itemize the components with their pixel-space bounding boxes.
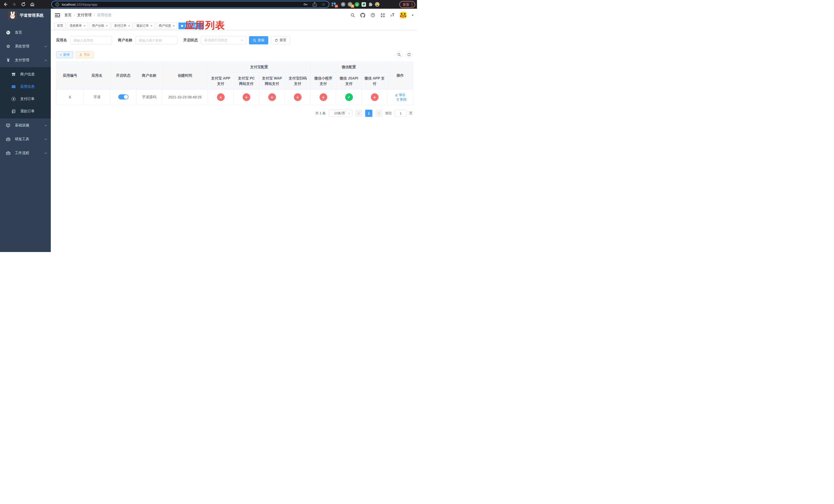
breadcrumb-home[interactable]: 首页 [64,13,71,18]
extension-command-icon[interactable]: ⌘ [341,2,346,7]
sidebar-item-infrastructure[interactable]: 基础设施 [0,118,51,132]
config-status-icon: × [371,93,378,101]
tab-merchant-info[interactable]: 商户信息× [156,23,177,29]
status-label: 开启状态 [183,38,198,43]
sidebar-item-label: 工作流程 [15,151,29,155]
app-logo-row: 芋道管理系统 [0,9,51,20]
browser-back-icon[interactable] [3,2,8,7]
tab-label: 支付订单 [114,24,127,28]
tabs-view: 首页 流程表单× 用户分组× 支付订单× 退款订单× 商户信息× 应用信息× [51,22,417,30]
close-icon[interactable]: × [84,24,85,27]
extension-recorder-icon[interactable]: 1 [348,2,352,7]
plus-icon: + [60,53,62,56]
tab-home[interactable]: 首页 [54,23,66,29]
search-icon [253,39,256,42]
chevron-down-icon [44,124,47,127]
sidebar-item-label: 支付管理 [15,58,29,63]
sidebar-item-label: 首页 [15,30,22,35]
sidebar-item-app-info[interactable]: 应用信息 [0,81,51,93]
share-icon[interactable] [313,2,317,7]
tab-user-group[interactable]: 用户分组× [89,23,110,29]
col-group-wechat: 微信配置 [311,62,388,72]
sidebar-item-system[interactable]: ⚙ 系统管理 [0,40,51,53]
sidebar-item-refund-orders[interactable]: 退款订单 [0,105,51,117]
site-info-icon[interactable] [56,3,59,6]
trash-icon [396,98,399,101]
goto-prefix: 前往 [385,111,392,116]
main-area: 首页 / 支付管理 / 应用信息 TT ▾ 应用列表 首页 流程表单× 用户分组… [51,9,417,252]
delete-link[interactable]: 删除 [396,97,407,102]
reset-button[interactable]: 重置 [271,36,290,44]
extension-chat-icon[interactable] [361,2,366,7]
tab-process-form[interactable]: 流程表单× [67,23,88,29]
password-key-icon[interactable] [303,2,308,7]
address-bar[interactable]: localhost:1024/pay/app ☆ [51,1,329,8]
page-size-select[interactable]: 10条/页 [329,110,352,117]
cell-ops: 修改删除 [388,90,413,105]
show-search-button[interactable] [395,51,403,58]
avatar-caret-icon[interactable]: ▾ [412,13,413,17]
browser-home-icon[interactable] [30,2,35,7]
close-icon[interactable]: × [173,24,175,27]
github-icon[interactable] [360,13,365,18]
merchant-name-input[interactable] [135,36,177,44]
config-status-icon: ✓ [345,93,353,101]
sidebar-item-label: 研发工具 [15,137,29,141]
sidebar: 芋道管理系统 首页 ⚙ 系统管理 ¥ 支付管理 商户信息 应用信息 [0,9,51,252]
search-button[interactable]: 搜索 [249,36,268,44]
chrome-update-button[interactable]: 更新 [399,1,415,8]
prev-page-button[interactable] [355,110,363,117]
tab-payment-orders[interactable]: 支付订单× [112,23,133,29]
bookmark-star-icon[interactable]: ☆ [322,2,325,6]
cell-status [110,90,136,105]
tab-label: 流程表单 [69,24,82,28]
search-icon[interactable] [351,13,355,18]
tab-refund-orders[interactable]: 退款订单× [134,23,155,29]
edit-link[interactable]: 修改 [395,93,405,97]
browser-forward-icon[interactable] [12,2,17,7]
export-button[interactable]: 导出 [76,51,94,58]
close-icon[interactable]: × [151,24,152,27]
sidebar-item-workflow[interactable]: 工作流程 [0,146,51,160]
config-status-icon: × [294,93,302,101]
sidebar-item-home[interactable]: 首页 [0,26,51,40]
cell-alipay-pc: × [234,90,259,105]
chevron-down-icon [44,138,47,141]
sidebar-item-payment-orders[interactable]: ¥ 支付订单 [0,93,51,105]
chevron-right-icon [377,112,380,115]
breadcrumb-payment[interactable]: 支付管理 [77,13,91,18]
sidebar-item-dev-tools[interactable]: 研发工具 [0,132,51,146]
row-enabled-toggle[interactable] [118,94,129,99]
extension-y-icon[interactable]: y [355,2,359,7]
user-avatar[interactable] [400,12,407,19]
merchant-name-label: 商户名称 [118,38,132,43]
app-name-input[interactable] [70,36,112,44]
extension-emoji-icon[interactable] [375,2,379,7]
goto-suffix: 页 [409,111,413,116]
goto-page-input[interactable] [395,110,407,117]
status-select[interactable]: 请选择开启状态 [201,36,246,44]
font-size-icon[interactable]: TT [390,13,394,18]
refresh-table-button[interactable] [405,51,413,58]
next-page-button[interactable] [375,110,382,117]
extension-grid-icon[interactable]: 10 [332,2,336,7]
breadcrumb-separator: / [74,13,75,17]
help-icon[interactable] [371,13,375,18]
browser-menu-icon[interactable] [412,3,412,6]
close-icon[interactable]: × [106,24,108,27]
chevron-down-icon [44,45,47,48]
tab-label: 用户分组 [92,24,104,28]
fullscreen-icon[interactable] [380,13,385,18]
add-button[interactable]: + 新增 [56,51,73,58]
delete-label: 删除 [400,97,407,102]
reset-button-label: 重置 [280,38,286,43]
sidebar-collapse-icon[interactable] [55,13,60,18]
total-count: 共 1 条 [315,111,326,116]
extensions-puzzle-icon[interactable] [368,2,373,7]
cell-alipay-qr: × [285,90,311,105]
browser-reload-icon[interactable] [21,2,26,7]
page-number-1[interactable]: 1 [365,110,372,117]
close-icon[interactable]: × [128,24,130,27]
sidebar-item-merchant-info[interactable]: 商户信息 [0,68,51,81]
sidebar-item-payment[interactable]: ¥ 支付管理 [0,53,51,67]
